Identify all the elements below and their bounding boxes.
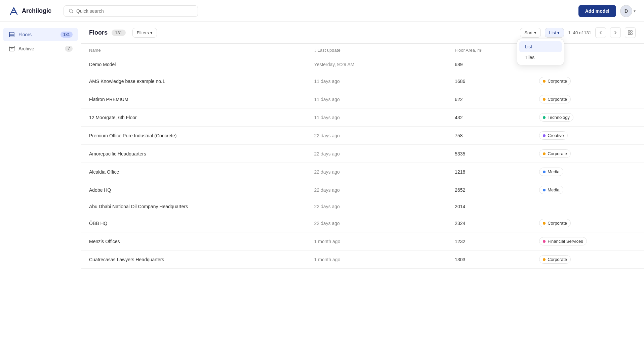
next-page-button[interactable]: [610, 27, 621, 38]
cell-name: Abu Dhabi National Oil Company Headquart…: [81, 199, 306, 214]
prev-page-button[interactable]: [595, 27, 606, 38]
tag-label: Corporate: [548, 97, 567, 102]
table-row[interactable]: Abu Dhabi National Oil Company Headquart…: [81, 199, 644, 214]
logo-icon: [8, 6, 19, 16]
cell-last-update: 1 month ago: [306, 232, 447, 251]
tag-dot: [543, 171, 546, 173]
view-option-list[interactable]: List: [519, 41, 562, 52]
table-container: Name ↓ Last update Floor Area, m² Demo M…: [81, 44, 644, 364]
app-header: Archilogic Add model D ▾: [0, 0, 644, 22]
cell-last-update: 11 days ago: [306, 108, 447, 127]
chevron-down-icon: ▾: [634, 9, 636, 13]
archive-icon: [8, 45, 15, 52]
avatar-dropdown[interactable]: D ▾: [620, 5, 636, 17]
svg-rect-5: [628, 33, 630, 35]
cell-last-update: 22 days ago: [306, 181, 447, 199]
table-row[interactable]: Cuatrecasas Lawyers Headquarters1 month …: [81, 251, 644, 269]
table-row[interactable]: ÖBB HQ22 days ago2324Corporate: [81, 214, 644, 232]
data-table: Name ↓ Last update Floor Area, m² Demo M…: [81, 44, 644, 269]
add-model-button[interactable]: Add model: [578, 5, 616, 17]
table-row[interactable]: AMS Knowledge base example no.111 days a…: [81, 72, 644, 90]
cell-floor-area: 622: [447, 90, 531, 108]
cell-name: Adobe HQ: [81, 181, 306, 199]
svg-rect-3: [628, 31, 630, 32]
chevron-down-icon: ▾: [557, 30, 560, 35]
cell-tag: Technology: [531, 108, 644, 127]
sidebar-item-floors[interactable]: Floors 131: [3, 28, 78, 41]
sidebar-item-floors-label: Floors: [18, 32, 57, 37]
filters-button[interactable]: Filters ▾: [132, 28, 157, 38]
tag-badge: Corporate: [539, 77, 571, 85]
content-count-badge: 131: [112, 30, 126, 36]
sidebar: Floors 131 Archive 7: [0, 22, 81, 364]
tag-dot: [543, 240, 546, 243]
sidebar-item-archive-count: 7: [65, 46, 73, 52]
search-input[interactable]: [76, 8, 193, 14]
cell-tag: Media: [531, 163, 644, 181]
svg-rect-6: [631, 33, 632, 35]
cell-tag: Corporate: [531, 90, 644, 108]
tag-badge: Technology: [539, 113, 573, 122]
cell-last-update: 11 days ago: [306, 72, 447, 90]
sidebar-item-floors-count: 131: [61, 32, 73, 38]
tag-label: Creative: [548, 133, 564, 138]
table-row[interactable]: Adobe HQ22 days ago2652Media: [81, 181, 644, 199]
cell-tag: Creative: [531, 127, 644, 145]
tag-badge: Corporate: [539, 95, 571, 103]
sidebar-item-archive[interactable]: Archive 7: [3, 42, 78, 55]
cell-tag: Financial Services: [531, 232, 644, 251]
table-row[interactable]: 12 Moorgate, 6th Floor11 days ago432Tech…: [81, 108, 644, 127]
cell-floor-area: 432: [447, 108, 531, 127]
cell-floor-area: 2324: [447, 214, 531, 232]
chevron-down-icon: ▾: [150, 30, 153, 35]
table-row[interactable]: Alcaldia Office22 days ago1218Media: [81, 163, 644, 181]
view-button[interactable]: List ▾: [545, 28, 564, 38]
tag-badge: Corporate: [539, 219, 571, 227]
column-header-last-update[interactable]: ↓ Last update: [306, 44, 447, 57]
tag-label: Media: [548, 187, 559, 192]
cell-tag: Corporate: [531, 145, 644, 163]
cell-floor-area: 5335: [447, 145, 531, 163]
table-row[interactable]: Amorepacific Headquarters22 days ago5335…: [81, 145, 644, 163]
search-box[interactable]: [64, 5, 198, 17]
column-header-name: Name: [81, 44, 306, 57]
cell-name: ÖBB HQ: [81, 214, 306, 232]
pagination-info: 1–40 of 131: [568, 30, 591, 35]
cell-name: AMS Knowledge base example no.1: [81, 72, 306, 90]
cell-last-update: Yesterday, 9:29 AM: [306, 57, 447, 72]
grid-view-button[interactable]: [625, 27, 636, 38]
tag-label: Corporate: [548, 151, 567, 156]
cell-name: 12 Moorgate, 6th Floor: [81, 108, 306, 127]
cell-name: Menzis Offices: [81, 232, 306, 251]
main-layout: Floors 131 Archive 7 Floo: [0, 22, 644, 364]
tag-dot: [543, 80, 546, 83]
table-row[interactable]: Premium Office Pure Industrial (Concrete…: [81, 127, 644, 145]
view-option-tiles[interactable]: Tiles: [519, 52, 562, 63]
sort-button[interactable]: Sort ▾: [520, 28, 540, 38]
cell-name: Amorepacific Headquarters: [81, 145, 306, 163]
sidebar-item-archive-label: Archive: [18, 46, 62, 51]
svg-rect-2: [9, 47, 14, 51]
tag-label: Corporate: [548, 221, 567, 226]
tag-badge: Media: [539, 186, 563, 194]
content-title: Floors: [89, 29, 108, 36]
tag-badge: Corporate: [539, 149, 571, 158]
cell-last-update: 11 days ago: [306, 90, 447, 108]
tag-dot: [543, 222, 546, 225]
cell-tag: Corporate: [531, 72, 644, 90]
cell-tag: Media: [531, 181, 644, 199]
cell-tag: Corporate: [531, 214, 644, 232]
svg-rect-4: [631, 31, 632, 32]
tag-dot: [543, 258, 546, 261]
cell-floor-area: 2652: [447, 181, 531, 199]
cell-floor-area: 1686: [447, 72, 531, 90]
tag-badge: Financial Services: [539, 237, 587, 245]
cell-name: Demo Model: [81, 57, 306, 72]
app-logo: Archilogic: [8, 6, 51, 16]
table-row[interactable]: Flatiron PREMIUM11 days ago622Corporate: [81, 90, 644, 108]
table-row[interactable]: Menzis Offices1 month ago1232Financial S…: [81, 232, 644, 251]
avatar: D: [620, 5, 632, 17]
cell-name: Cuatrecasas Lawyers Headquarters: [81, 251, 306, 269]
header-right: Add model D ▾: [578, 5, 636, 17]
view-dropdown-menu: ListTiles: [517, 39, 564, 65]
